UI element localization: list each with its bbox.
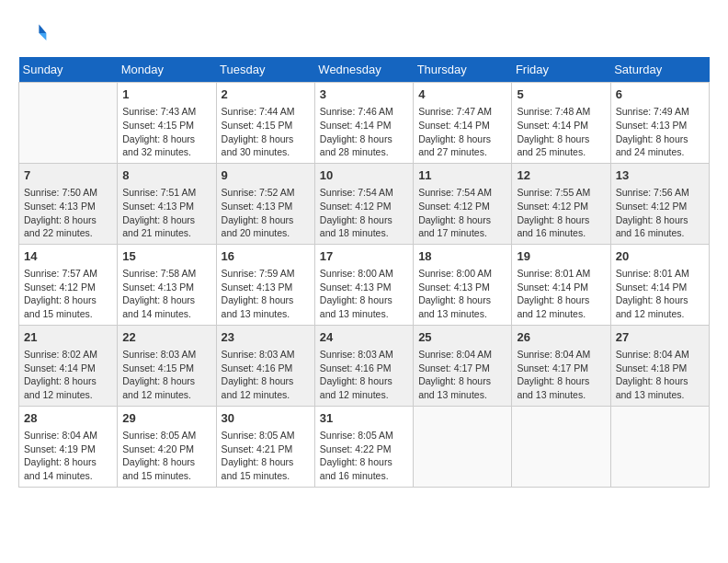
daylight-text: Daylight: 8 hours and 15 minutes.	[122, 455, 210, 482]
day-number: 1	[122, 86, 210, 103]
day-number: 13	[616, 167, 704, 184]
col-header-saturday: Saturday	[610, 57, 709, 83]
calendar-week-row: 14Sunrise: 7:57 AMSunset: 4:12 PMDayligh…	[19, 244, 710, 325]
calendar-cell: 2Sunrise: 7:44 AMSunset: 4:15 PMDaylight…	[216, 83, 314, 164]
sunrise-text: Sunrise: 8:01 AM	[616, 267, 704, 281]
sunrise-text: Sunrise: 7:54 AM	[418, 186, 506, 200]
calendar-cell: 25Sunrise: 8:04 AMSunset: 4:17 PMDayligh…	[414, 325, 512, 406]
calendar-cell: 14Sunrise: 7:57 AMSunset: 4:12 PMDayligh…	[19, 244, 118, 325]
daylight-text: Daylight: 8 hours and 25 minutes.	[517, 132, 605, 159]
calendar-cell: 26Sunrise: 8:04 AMSunset: 4:17 PMDayligh…	[512, 325, 610, 406]
daylight-text: Daylight: 8 hours and 13 minutes.	[418, 293, 506, 320]
calendar-week-row: 21Sunrise: 8:02 AMSunset: 4:14 PMDayligh…	[19, 325, 710, 406]
sunset-text: Sunset: 4:18 PM	[616, 362, 704, 375]
sunrise-text: Sunrise: 7:48 AM	[517, 105, 605, 119]
calendar-header-row: SundayMondayTuesdayWednesdayThursdayFrid…	[19, 57, 710, 83]
sunrise-text: Sunrise: 8:00 AM	[320, 267, 408, 281]
sunset-text: Sunset: 4:13 PM	[418, 281, 506, 294]
day-number: 26	[517, 329, 605, 346]
sunrise-text: Sunrise: 8:04 AM	[418, 348, 506, 362]
sunset-text: Sunset: 4:15 PM	[122, 119, 210, 132]
sunset-text: Sunset: 4:14 PM	[517, 281, 605, 294]
sunset-text: Sunset: 4:14 PM	[24, 362, 112, 375]
calendar-cell: 20Sunrise: 8:01 AMSunset: 4:14 PMDayligh…	[610, 244, 709, 325]
sunset-text: Sunset: 4:17 PM	[517, 362, 605, 375]
sunrise-text: Sunrise: 7:50 AM	[24, 186, 112, 200]
sunrise-text: Sunrise: 8:05 AM	[222, 429, 310, 442]
calendar-cell: 30Sunrise: 8:05 AMSunset: 4:21 PMDayligh…	[216, 406, 314, 487]
daylight-text: Daylight: 8 hours and 21 minutes.	[122, 213, 210, 240]
calendar-cell: 27Sunrise: 8:04 AMSunset: 4:18 PMDayligh…	[610, 325, 709, 406]
sunrise-text: Sunrise: 7:51 AM	[122, 186, 210, 200]
day-number: 16	[222, 248, 310, 265]
sunrise-text: Sunrise: 7:52 AM	[222, 186, 310, 200]
sunrise-text: Sunrise: 8:03 AM	[320, 348, 408, 362]
calendar-cell: 9Sunrise: 7:52 AMSunset: 4:13 PMDaylight…	[216, 163, 314, 244]
calendar-cell: 31Sunrise: 8:05 AMSunset: 4:22 PMDayligh…	[314, 406, 413, 487]
sunrise-text: Sunrise: 7:47 AM	[418, 105, 506, 119]
day-number: 11	[418, 167, 506, 184]
calendar-cell	[414, 406, 512, 487]
day-number: 6	[616, 86, 704, 103]
daylight-text: Daylight: 8 hours and 22 minutes.	[24, 213, 112, 240]
sunset-text: Sunset: 4:17 PM	[418, 362, 506, 375]
day-number: 9	[222, 167, 310, 184]
day-number: 14	[24, 248, 112, 265]
daylight-text: Daylight: 8 hours and 30 minutes.	[222, 132, 310, 159]
sunrise-text: Sunrise: 8:03 AM	[122, 348, 210, 362]
day-number: 25	[418, 329, 506, 346]
day-number: 24	[320, 329, 408, 346]
day-number: 18	[418, 248, 506, 265]
sunset-text: Sunset: 4:13 PM	[24, 200, 112, 213]
sunset-text: Sunset: 4:14 PM	[320, 119, 408, 132]
daylight-text: Daylight: 8 hours and 14 minutes.	[122, 293, 210, 320]
day-number: 21	[24, 329, 112, 346]
calendar-cell: 24Sunrise: 8:03 AMSunset: 4:16 PMDayligh…	[314, 325, 413, 406]
calendar-cell	[610, 406, 709, 487]
daylight-text: Daylight: 8 hours and 16 minutes.	[616, 213, 704, 240]
sunset-text: Sunset: 4:14 PM	[517, 119, 605, 132]
sunset-text: Sunset: 4:13 PM	[616, 119, 704, 132]
sunrise-text: Sunrise: 7:46 AM	[320, 105, 408, 119]
calendar-cell: 5Sunrise: 7:48 AMSunset: 4:14 PMDaylight…	[512, 83, 610, 164]
calendar-cell: 18Sunrise: 8:00 AMSunset: 4:13 PMDayligh…	[414, 244, 512, 325]
daylight-text: Daylight: 8 hours and 12 minutes.	[24, 374, 112, 401]
sunset-text: Sunset: 4:12 PM	[517, 200, 605, 213]
sunrise-text: Sunrise: 7:56 AM	[616, 186, 704, 200]
day-number: 20	[616, 248, 704, 265]
calendar-cell: 22Sunrise: 8:03 AMSunset: 4:15 PMDayligh…	[118, 325, 216, 406]
calendar-cell: 11Sunrise: 7:54 AMSunset: 4:12 PMDayligh…	[414, 163, 512, 244]
daylight-text: Daylight: 8 hours and 24 minutes.	[616, 132, 704, 159]
daylight-text: Daylight: 8 hours and 14 minutes.	[24, 455, 112, 482]
calendar-cell: 10Sunrise: 7:54 AMSunset: 4:12 PMDayligh…	[314, 163, 413, 244]
sunset-text: Sunset: 4:19 PM	[24, 442, 112, 456]
sunset-text: Sunset: 4:16 PM	[320, 362, 408, 375]
daylight-text: Daylight: 8 hours and 18 minutes.	[320, 213, 408, 240]
day-number: 2	[222, 86, 310, 103]
daylight-text: Daylight: 8 hours and 13 minutes.	[616, 374, 704, 401]
day-number: 12	[517, 167, 605, 184]
calendar-cell: 6Sunrise: 7:49 AMSunset: 4:13 PMDaylight…	[610, 83, 709, 164]
day-number: 8	[122, 167, 210, 184]
calendar-cell: 13Sunrise: 7:56 AMSunset: 4:12 PMDayligh…	[610, 163, 709, 244]
page-header	[18, 18, 710, 48]
sunrise-text: Sunrise: 7:58 AM	[122, 267, 210, 281]
calendar-cell	[19, 83, 118, 164]
daylight-text: Daylight: 8 hours and 13 minutes.	[418, 374, 506, 401]
sunrise-text: Sunrise: 7:59 AM	[222, 267, 310, 281]
day-number: 3	[320, 86, 408, 103]
day-number: 22	[122, 329, 210, 346]
calendar-cell: 16Sunrise: 7:59 AMSunset: 4:13 PMDayligh…	[216, 244, 314, 325]
calendar-cell: 1Sunrise: 7:43 AMSunset: 4:15 PMDaylight…	[118, 83, 216, 164]
calendar-cell	[512, 406, 610, 487]
sunrise-text: Sunrise: 8:04 AM	[24, 429, 112, 442]
calendar-cell: 4Sunrise: 7:47 AMSunset: 4:14 PMDaylight…	[414, 83, 512, 164]
calendar-cell: 28Sunrise: 8:04 AMSunset: 4:19 PMDayligh…	[19, 406, 118, 487]
calendar-table: SundayMondayTuesdayWednesdayThursdayFrid…	[18, 57, 710, 488]
daylight-text: Daylight: 8 hours and 12 minutes.	[616, 293, 704, 320]
sunrise-text: Sunrise: 7:49 AM	[616, 105, 704, 119]
daylight-text: Daylight: 8 hours and 12 minutes.	[517, 293, 605, 320]
svg-marker-0	[39, 24, 46, 33]
calendar-week-row: 28Sunrise: 8:04 AMSunset: 4:19 PMDayligh…	[19, 406, 710, 487]
col-header-friday: Friday	[512, 57, 610, 83]
